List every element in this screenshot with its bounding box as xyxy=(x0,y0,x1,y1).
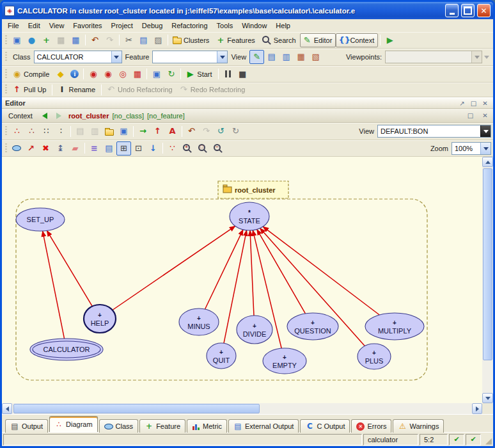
toolbar-gripper[interactable] xyxy=(5,52,7,62)
pause-icon[interactable] xyxy=(221,67,235,81)
copy-icon[interactable]: ▤ xyxy=(136,33,151,47)
open-in-new-window-icon[interactable]: ▥ xyxy=(279,50,294,64)
inheritance-link-help-set_up[interactable] xyxy=(47,230,92,306)
clickable-view-icon[interactable]: ▧ xyxy=(308,50,323,64)
tab-output[interactable]: ▤Output xyxy=(5,419,48,433)
update-project-icon[interactable]: ↻ xyxy=(164,67,178,81)
panel-close-icon[interactable] xyxy=(480,111,490,120)
zoom-fit-icon[interactable]: □ xyxy=(195,141,210,156)
open-in-editor-icon[interactable]: ✎ xyxy=(249,50,264,64)
inheritance-link-help-state[interactable] xyxy=(113,226,235,310)
delete-item-icon[interactable]: ✖ xyxy=(38,141,53,156)
vertical-scroll-track[interactable] xyxy=(482,167,493,393)
diagram-canvas[interactable]: root_clusterSET_UP*STATE+HELPCALCULATOR+… xyxy=(2,157,482,403)
start-button[interactable]: ▶Start xyxy=(183,67,216,81)
scroll-up-icon[interactable] xyxy=(482,157,493,167)
minimize-button[interactable] xyxy=(445,4,459,17)
flat-view-icon[interactable]: ▦ xyxy=(294,50,308,64)
force-layout-icon[interactable]: ≡ xyxy=(87,141,102,156)
chevron-down-icon[interactable] xyxy=(217,51,227,63)
tab-c-output[interactable]: CC Output xyxy=(300,419,350,433)
class-node-quit[interactable]: +QUIT xyxy=(207,343,236,369)
open-in-new-tab-icon[interactable]: ▤ xyxy=(264,50,279,64)
tab-errors[interactable]: ✕Errors xyxy=(351,419,391,433)
tab-feature[interactable]: +Feature xyxy=(139,419,185,433)
class-combo[interactable]: CALCULATOR xyxy=(34,51,122,63)
undo-icon[interactable]: ↶ xyxy=(88,33,102,47)
class-node-question[interactable]: +QUESTION xyxy=(287,313,338,340)
context-cluster[interactable]: root_cluster xyxy=(68,112,109,120)
center-diagram-icon[interactable]: ⊞ xyxy=(116,141,131,156)
tab-external-output[interactable]: ▤External Output xyxy=(228,419,299,433)
title-bar[interactable]: CALCULATOR in cluster root_cluster locat… xyxy=(2,2,493,19)
anchor-item-icon[interactable]: ↨ xyxy=(53,141,68,156)
tab-diagram[interactable]: ∴Diagram xyxy=(49,416,98,432)
horizontal-scroll-track[interactable] xyxy=(12,403,472,414)
compile-button[interactable]: ◉Compile xyxy=(10,67,53,81)
class-relations-icon[interactable]: ∴ xyxy=(10,124,24,138)
new-window-icon[interactable]: ▣ xyxy=(10,33,24,47)
new-class-icon[interactable] xyxy=(10,141,24,156)
class-node-help[interactable]: +HELP xyxy=(84,305,116,333)
diagram-view-combo[interactable]: DEFAULT:BON xyxy=(377,125,491,138)
pull-up-button[interactable]: ↑Pull Up xyxy=(10,83,50,97)
panel-maximize-icon[interactable] xyxy=(469,99,478,108)
inheritance-link-minus-state[interactable] xyxy=(205,230,243,309)
new-inheritance-link-icon[interactable]: ↗ xyxy=(24,141,38,156)
chevron-down-icon[interactable] xyxy=(480,125,491,137)
add-text-label-icon[interactable]: A xyxy=(165,124,180,138)
scroll-left-icon[interactable] xyxy=(2,403,12,414)
resize-grip[interactable] xyxy=(482,434,492,445)
diagram-reload-icon[interactable]: ↻ xyxy=(228,124,243,138)
supplier-links-icon[interactable]: ∷ xyxy=(39,124,54,138)
toolbar-overflow-icon[interactable] xyxy=(482,51,491,63)
open-file-icon[interactable]: ● xyxy=(24,33,39,47)
paste-icon[interactable]: ▨ xyxy=(151,33,166,47)
system-info-icon[interactable]: i xyxy=(68,67,81,81)
panel-maximize-icon[interactable] xyxy=(466,111,475,120)
freeze-icon[interactable]: ◆ xyxy=(53,67,68,81)
new-cluster-icon[interactable] xyxy=(102,124,116,138)
menu-edit[interactable]: Edit xyxy=(24,20,45,31)
erase-item-icon[interactable]: ▰ xyxy=(68,141,82,156)
context-button[interactable]: {}Context xyxy=(336,33,378,47)
class-node-set_up[interactable]: SET_UP xyxy=(16,208,65,231)
class-node-state[interactable]: *STATE xyxy=(230,202,269,230)
scroll-down-icon[interactable] xyxy=(482,393,493,403)
compile-c-icon[interactable]: ▦ xyxy=(130,67,145,81)
inheritance-link-calculator-set_up[interactable] xyxy=(43,231,65,339)
save-all-icon[interactable]: ▦ xyxy=(68,33,83,47)
menu-help[interactable]: Help xyxy=(271,20,295,31)
class-node-calculator[interactable]: CALCULATOR xyxy=(30,339,103,360)
zoom-combo[interactable]: 100% xyxy=(452,142,491,155)
tab-metric[interactable]: Metric xyxy=(187,419,227,433)
horizontal-scrollbar[interactable] xyxy=(2,403,493,414)
inheritance-link-divide-state[interactable] xyxy=(250,230,254,316)
inheritance-view-icon[interactable]: ∶ xyxy=(54,124,68,138)
vertical-scroll-thumb[interactable] xyxy=(483,168,492,360)
layout-diagram-icon[interactable]: ▤ xyxy=(102,141,116,156)
zoom-in-icon[interactable]: + xyxy=(180,141,195,156)
open-in-window-icon[interactable]: ▣ xyxy=(116,124,131,138)
close-button[interactable] xyxy=(477,4,491,17)
rename-button[interactable]: IRename xyxy=(54,83,99,97)
class-node-empty[interactable]: +EMPTY xyxy=(263,348,306,374)
horizontal-scroll-thumb[interactable] xyxy=(13,404,260,413)
menu-project[interactable]: Project xyxy=(107,20,138,31)
diagram-undo-icon[interactable]: ↶ xyxy=(184,124,199,138)
menu-file[interactable]: File xyxy=(3,20,24,31)
chevron-down-icon[interactable] xyxy=(111,51,122,63)
class-node-multiply[interactable]: +MULTIPLY xyxy=(365,313,424,340)
tab-warnings[interactable]: ⚠Warnings xyxy=(393,419,444,433)
stop-icon[interactable]: ■ xyxy=(235,67,250,81)
melt-icon[interactable]: ◉ xyxy=(86,67,100,81)
finalize-icon[interactable]: ◎ xyxy=(115,67,130,81)
zoom-out-icon[interactable]: − xyxy=(210,141,226,156)
toolbar-gripper[interactable] xyxy=(5,143,7,154)
undock-icon[interactable] xyxy=(457,99,467,108)
cluster-relations-icon[interactable]: ∴ xyxy=(24,124,39,138)
menu-favorites[interactable]: Favorites xyxy=(68,20,106,31)
menu-tools[interactable]: Tools xyxy=(212,20,238,31)
cluster-label[interactable]: root_cluster xyxy=(218,181,288,198)
fit-to-page-icon[interactable]: ⊡ xyxy=(131,141,146,156)
